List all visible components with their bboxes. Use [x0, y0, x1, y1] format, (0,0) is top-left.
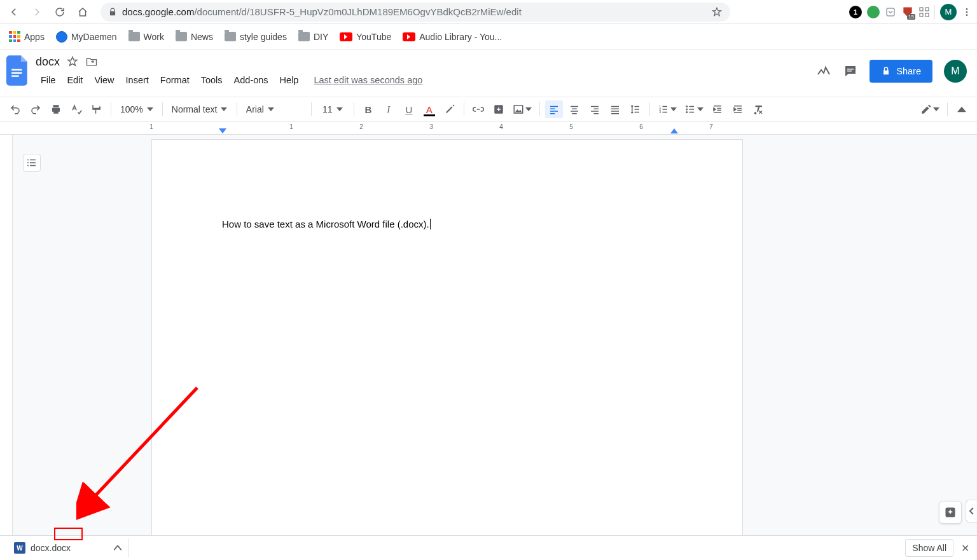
text-color-button[interactable]: A [420, 100, 438, 118]
line-spacing-button[interactable] [627, 100, 644, 118]
align-right-button[interactable] [586, 100, 604, 118]
star-document-icon[interactable] [66, 55, 79, 68]
extension-indicator-green[interactable] [867, 6, 880, 18]
svg-rect-11 [847, 69, 854, 70]
align-left-button[interactable] [545, 100, 563, 118]
menu-addons[interactable]: Add-ons [229, 72, 274, 88]
redo-button[interactable] [27, 100, 45, 118]
folder-icon [128, 32, 140, 41]
document-page[interactable]: How to save text as a Microsoft Word fil… [151, 139, 743, 535]
menu-insert[interactable]: Insert [121, 72, 154, 88]
spellcheck-button[interactable] [67, 100, 85, 118]
font-select[interactable]: Arial [242, 104, 306, 114]
outline-toggle-icon[interactable] [23, 154, 41, 172]
url-text: docs.google.com/document/d/18USFR-5_HupV… [122, 6, 522, 17]
svg-rect-4 [925, 13, 929, 17]
menu-tools[interactable]: Tools [196, 72, 228, 88]
bm-style-guides[interactable]: style guides [225, 32, 287, 42]
document-body[interactable]: How to save text as a Microsoft Word fil… [222, 219, 672, 229]
zoom-select[interactable]: 100% [116, 104, 157, 114]
menu-help[interactable]: Help [275, 72, 304, 88]
document-title[interactable]: docx [36, 55, 60, 69]
menu-file[interactable]: File [36, 72, 60, 88]
increase-indent-button[interactable] [729, 100, 747, 118]
folder-icon [298, 32, 310, 41]
underline-button[interactable]: U [400, 100, 418, 118]
browser-menu-icon[interactable] [962, 7, 972, 17]
svg-rect-0 [887, 8, 894, 16]
back-button[interactable] [5, 3, 23, 21]
menu-edit[interactable]: Edit [62, 72, 88, 88]
bm-diy[interactable]: DIY [298, 32, 328, 42]
svg-rect-3 [920, 13, 923, 17]
clear-formatting-button[interactable] [749, 100, 767, 118]
svg-point-7 [966, 14, 968, 16]
reload-button[interactable] [51, 3, 69, 21]
editing-mode-button[interactable] [918, 100, 942, 118]
horizontal-ruler[interactable]: 1 1 2 3 4 5 6 7 [0, 122, 977, 135]
style-select[interactable]: Normal text [168, 104, 232, 114]
svg-point-5 [966, 8, 968, 10]
move-document-icon[interactable] [85, 55, 98, 68]
address-bar[interactable]: docs.google.com/document/d/18USFR-5_HupV… [100, 3, 730, 22]
svg-point-6 [966, 11, 968, 13]
extension-badge-1[interactable]: 1 [849, 6, 862, 18]
document-surface: 1 1 2 3 4 5 6 7 How to save text as a Mi… [0, 122, 977, 535]
download-item[interactable]: W docx.docx [8, 538, 128, 557]
insert-link-button[interactable] [469, 100, 487, 118]
vertical-ruler[interactable] [0, 135, 13, 535]
profile-avatar[interactable]: M [940, 4, 957, 20]
bm-mydaemen[interactable]: MyDaemen [56, 31, 117, 43]
share-button[interactable]: Share [870, 60, 932, 83]
docs-logo[interactable] [5, 53, 31, 88]
bm-news[interactable]: News [176, 32, 213, 42]
align-justify-button[interactable] [606, 100, 624, 118]
bookmark-star-icon[interactable] [711, 6, 723, 18]
undo-button[interactable] [6, 100, 24, 118]
svg-rect-12 [847, 71, 852, 72]
bm-work[interactable]: Work [128, 32, 164, 42]
align-center-button[interactable] [565, 100, 583, 118]
extension-ublock-icon[interactable]: 15 [901, 6, 914, 18]
folder-icon [176, 32, 187, 41]
extension-grid-icon[interactable] [919, 7, 929, 17]
bold-button[interactable]: B [359, 100, 377, 118]
paint-format-button[interactable] [88, 100, 106, 118]
font-size-select[interactable]: 11 [317, 104, 349, 114]
highlight-button[interactable] [441, 100, 459, 118]
account-avatar[interactable]: M [944, 60, 967, 83]
download-menu-caret[interactable] [114, 545, 121, 550]
last-edit-text[interactable]: Last edit was seconds ago [314, 75, 422, 85]
lock-icon [881, 66, 891, 76]
numbered-list-button[interactable]: 123 [655, 100, 679, 118]
svg-point-20 [686, 111, 688, 113]
comments-icon[interactable] [843, 64, 858, 79]
toolbar-collapse-button[interactable] [953, 100, 971, 118]
close-downloads-bar-button[interactable]: ✕ [961, 542, 969, 554]
side-panel-toggle[interactable] [966, 500, 977, 522]
italic-button[interactable]: I [380, 100, 398, 118]
show-all-downloads-button[interactable]: Show All [905, 539, 953, 557]
download-filename: docx.docx [31, 543, 71, 553]
formatting-toolbar: 100% Normal text Arial 11 B I U A 123 [0, 97, 977, 122]
decrease-indent-button[interactable] [709, 100, 726, 118]
menu-view[interactable]: View [89, 72, 119, 88]
bm-apps[interactable]: Apps [9, 31, 45, 43]
print-button[interactable] [47, 100, 65, 118]
home-button[interactable] [74, 3, 92, 21]
menu-format[interactable]: Format [155, 72, 195, 88]
bm-youtube[interactable]: YouTube [340, 32, 391, 42]
menu-bar: File Edit View Insert Format Tools Add-o… [36, 72, 422, 88]
forward-button[interactable] [28, 3, 46, 21]
activity-icon[interactable] [816, 64, 831, 79]
insert-image-button[interactable] [510, 100, 534, 118]
docs-header: docx File Edit View Insert Format Tools … [0, 50, 977, 97]
bm-audio-library[interactable]: Audio Library - You... [403, 32, 502, 42]
extension-pocket-icon[interactable] [885, 6, 896, 18]
svg-point-19 [686, 109, 688, 111]
insert-comment-button[interactable] [490, 100, 508, 118]
svg-rect-2 [925, 8, 929, 11]
explore-button[interactable] [939, 501, 962, 524]
lock-icon [108, 8, 117, 17]
bullet-list-button[interactable] [682, 100, 706, 118]
